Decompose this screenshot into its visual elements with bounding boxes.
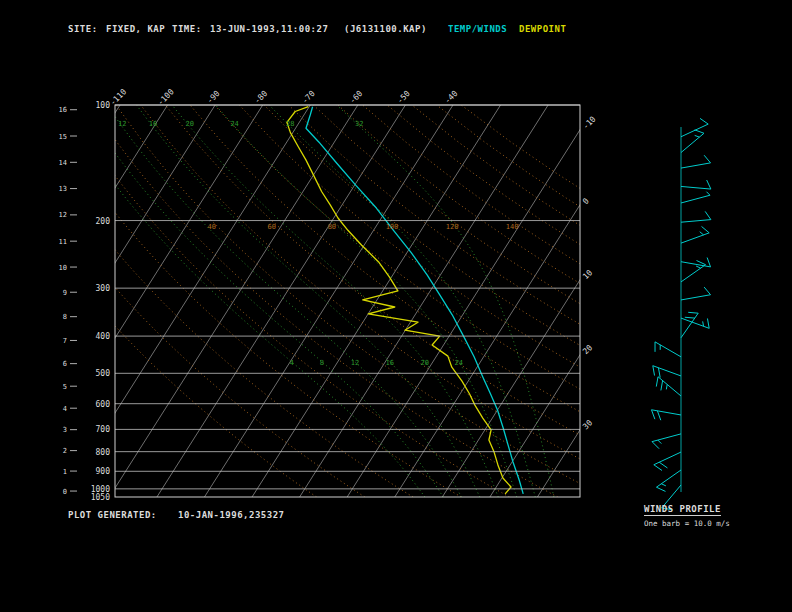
dry-adiabat-label: 40 (207, 223, 215, 231)
wind-barb (651, 410, 681, 420)
wind-barb-feather (656, 377, 658, 387)
temp-axis-label-right: 10 (581, 268, 594, 281)
wind-barb-staff (681, 163, 711, 168)
temp-axis-label-top: -100 (156, 87, 176, 107)
dry-adiabat-label: 60 (268, 223, 276, 231)
wind-barb (681, 312, 698, 337)
moist-adiabat-label: 16 (149, 120, 157, 128)
wind-barb-half-feather (695, 135, 700, 137)
wind-barb (655, 342, 681, 357)
moist-adiabat-label: 8 (320, 359, 324, 367)
wind-barb (654, 452, 681, 470)
wind-barb-staff (681, 124, 708, 137)
dry-adiabat-line (165, 105, 702, 497)
pressure-axis-label: 300 (96, 284, 111, 293)
isotherm-line (109, 105, 358, 497)
height-axis-label: 8 (63, 313, 67, 321)
wind-barb-feather (659, 462, 667, 468)
wind-barb (681, 180, 711, 189)
temp-axis-label-top: -60 (348, 89, 365, 106)
wind-barb-staff (655, 342, 681, 357)
wind-barb-feather (704, 287, 710, 295)
wind-barb-half-feather (658, 440, 662, 444)
height-axis-label: 7 (63, 337, 67, 345)
pressure-axis-label: 500 (96, 369, 111, 378)
dry-adiabat-label: 80 (328, 223, 336, 231)
wind-barb-feather (653, 366, 655, 376)
wind-barb-feather (657, 411, 660, 420)
wind-barb-half-feather (666, 384, 667, 389)
wind-barb-feather (654, 465, 662, 471)
isotherm-line (0, 105, 168, 497)
wind-barb-staff (681, 233, 709, 243)
skewt-screen: SITE: FIXED, KAP TIME: 13-JUN-1993,11:00… (0, 0, 792, 612)
temp-axis-label-top: -80 (253, 89, 270, 106)
wind-barb-feather (707, 258, 710, 267)
dry-adiabat-line (412, 105, 792, 497)
wind-barb-feather (651, 410, 654, 419)
wind-barb (652, 434, 681, 449)
wind-barb (681, 258, 711, 267)
moist-adiabat-line (80, 102, 443, 497)
wind-barb-feather (658, 368, 660, 378)
wind-barb-feather (704, 155, 710, 163)
wind-barb-feather (697, 260, 706, 264)
height-axis-label: 6 (63, 360, 67, 368)
wind-barb-staff (681, 318, 709, 328)
height-axis-label: 16 (59, 106, 67, 114)
temp-axis-label-top: -90 (205, 89, 222, 106)
wind-barb (656, 470, 681, 491)
dry-adiabat-line (116, 105, 606, 497)
isotherm-line (62, 105, 311, 497)
wind-barb (681, 155, 711, 168)
plot-generated-label: PLOT GENERATED: (68, 510, 157, 520)
dry-adiabat-label: 120 (446, 223, 459, 231)
moist-adiabat-label: 20 (185, 120, 193, 128)
moist-adiabat-label: 12 (118, 120, 126, 128)
wind-barb-feather (702, 226, 710, 232)
winds-profile-title: WINDS PROFILE (644, 504, 721, 516)
wind-barb-staff (681, 262, 711, 267)
moist-adiabat-label: 16 (385, 359, 393, 367)
pressure-axis-label: 200 (96, 217, 111, 226)
wind-barb (656, 377, 681, 396)
wind-barb (681, 192, 710, 203)
wind-barb-feather (695, 130, 704, 133)
wind-barb-staff (681, 265, 706, 282)
temp-axis-label-right: 0 (581, 196, 591, 206)
wind-barb (681, 130, 704, 153)
wind-barb-feather (707, 318, 709, 328)
dry-adiabat-line (0, 105, 316, 497)
temp-axis-label-right: 20 (581, 343, 594, 356)
wind-barb-feather (688, 312, 698, 313)
moist-adiabat-label: 12 (351, 359, 359, 367)
wind-barb-feather (705, 211, 711, 219)
height-axis-label: 9 (63, 289, 67, 297)
height-axis-label: 14 (59, 159, 67, 167)
barb-scale-caption: One barb = 10.0 m/s (644, 519, 730, 528)
wind-barb (681, 318, 709, 328)
wind-barb-feather (656, 487, 665, 491)
height-axis-label: 11 (59, 238, 67, 246)
pressure-axis-label: 400 (96, 332, 111, 341)
wind-barb-half-feather (706, 192, 710, 196)
height-axis-label: 15 (59, 133, 67, 141)
field-lines-group (0, 102, 792, 497)
temp-axis-label-right: 30 (581, 418, 594, 431)
wind-barb-half-feather (700, 232, 704, 235)
pressure-axis-label: 100 (96, 101, 111, 110)
height-axis-label: 0 (63, 488, 67, 496)
height-axis-label: 3 (63, 426, 67, 434)
moist-adiabat-line (170, 102, 499, 497)
dry-adiabat-label: 100 (386, 223, 399, 231)
isotherm-line (585, 105, 792, 497)
wind-barb-staff (681, 133, 704, 152)
pressure-axis-label: 1050 (91, 493, 110, 502)
isotherm-line (14, 105, 263, 497)
dry-adiabat-line (363, 105, 792, 497)
wind-barb-staff (681, 186, 711, 189)
wind-barb-feather (700, 118, 708, 124)
dry-adiabat-line (338, 105, 792, 497)
dry-adiabat-line (17, 105, 413, 497)
moist-adiabat-label: 28 (286, 120, 294, 128)
